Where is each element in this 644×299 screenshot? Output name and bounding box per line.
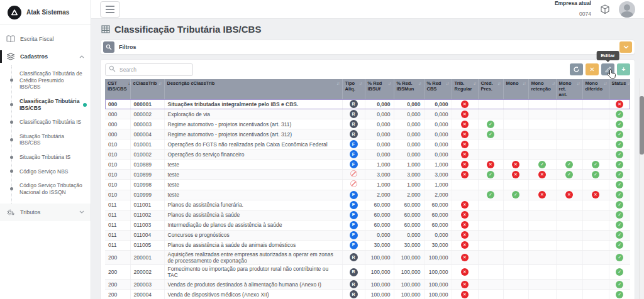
clear-button[interactable]: ✕ [586,63,599,75]
cell-red_cbs: 1,000 [424,180,452,190]
cell-cred_pres [478,160,503,170]
add-button[interactable]: + [617,63,630,75]
column-header-trib_regular[interactable]: Trib. Regular↓↑ [452,79,478,99]
cell-mono_dif [582,160,609,170]
sidebar-item-escrita-fiscal[interactable]: Escrita Fiscal [0,30,91,48]
column-header-tipo[interactable]: Tipo Aliq.↓↑ [342,79,365,99]
company-selector[interactable]: Empresa atual 0074 [555,0,591,18]
column-label: Mono diferido [586,81,603,92]
filters-collapse-button[interactable] [619,41,632,53]
green-check-icon [538,161,546,168]
sidebar: Atak Sistemas Escrita Fiscal Cadastros C… [0,0,91,299]
cell-tipo: F [342,160,365,170]
sidebar-item-tributos[interactable]: Tributos [0,204,91,221]
table-row[interactable]: 011011005Planos de assistência à saúde d… [105,240,630,250]
table-row[interactable]: 200200001Aquisições realizadas entre emp… [105,250,630,264]
package-icon[interactable] [599,3,611,16]
table-row[interactable]: 200200004Venda de dispositivos médicos (… [105,290,630,299]
table-row[interactable]: 010010001Operações do FGTS não realizada… [105,139,630,150]
table-row[interactable]: 010010889testeF1,0001,0001,000 [105,160,630,170]
edit-button[interactable] [601,63,614,75]
table-row[interactable]: 000000001Situações tributadas integralme… [105,99,630,109]
cell-mono_ret_ant [556,170,582,180]
column-header-cst[interactable]: CST IBS/CBS↓↑ [105,79,130,99]
table-row[interactable]: 010010998teste1,0001,0001,000 [105,180,630,190]
sidebar-toggle-button[interactable] [100,1,120,18]
cell-mono_dif [582,150,609,160]
column-header-mono_dif[interactable]: Mono diferido↓↑ [582,79,609,99]
cell-red_ibsmun: 100,000 [394,250,424,264]
scrollbar-thumb[interactable] [640,96,644,155]
table-row[interactable]: 011011001Planos de assistência funerária… [105,200,630,210]
sidebar-subitem[interactable]: Classificação Tributária IS [12,115,91,129]
cell-trib_regular [452,265,478,280]
table-row[interactable]: 200200003Vendas de produtos destinados à… [105,280,630,290]
sidebar-item-cadastros[interactable]: Cadastros [0,48,91,65]
column-header-desc[interactable]: Descrição cClassTrib↓↑ [164,79,342,99]
cell-tipo: R [342,280,365,290]
sidebar-subitem[interactable]: Situação Tributária IBS/CBS [12,129,91,150]
column-header-mono[interactable]: Mono↓↑ [503,79,528,99]
cell-mono [503,280,528,290]
sidebar-subitem-label: Classificação Tributária IS [19,119,81,126]
table-card: ✕ Editar + CST [100,59,635,299]
cell-status [609,160,630,170]
cell-mono [503,160,528,170]
cell-tipo: R [342,129,365,139]
search-input[interactable] [105,63,193,76]
cell-mono_ret [528,230,556,240]
sidebar-subitem[interactable]: Classificação Tributária de Crédito Pres… [12,67,91,94]
cell-red_ibsmun: 100,000 [394,290,424,299]
table-row[interactable]: 000000003Regime automotivo - projetos in… [105,119,630,129]
table-row[interactable]: 010010002Operações do serviço financeiro… [105,150,630,160]
tipo-aliq-r-icon: R [350,268,358,276]
cell-desc: Operações do serviço financeiro [164,150,342,160]
cell-cst: 200 [105,290,130,299]
sidebar-subitem[interactable]: Código Serviço Tributação Nacional do IS… [12,178,91,199]
cell-cclasstrib: 000003 [130,119,164,129]
cell-red_cbs: 0,000 [424,99,452,109]
table-row[interactable]: 011011004Concursos e prognósticosF0,0000… [105,230,630,240]
column-header-red_ibsuf[interactable]: % Red IBSUf↓↑ [365,79,394,99]
sidebar-subitem[interactable]: Código Serviço NBS [12,165,91,179]
sidebar-subitem[interactable]: Classificação Tributária IBS/CBS [12,94,91,115]
table-row[interactable]: 000000002Exploração de viaR0,0000,0000,0… [105,109,630,119]
cell-red_ibsuf: 100,000 [365,250,394,264]
table-row[interactable]: 200200002Fornecimento ou importação para… [105,265,630,280]
column-label: % Red IBSUf [368,81,387,92]
cell-red_cbs: 0,000 [424,230,452,240]
user-avatar[interactable] [619,1,635,18]
table-row[interactable]: 000000004Regime automotivo - projetos in… [105,129,630,139]
cell-cst: 200 [105,250,130,264]
cell-cred_pres [478,109,503,119]
column-header-status[interactable]: Status↓↑ [609,79,630,99]
cell-mono [503,265,528,280]
table-row[interactable]: 010010999testeF2,0002,0002,000 [105,190,630,200]
cell-trib_regular [452,280,478,290]
table-row[interactable]: 010010899teste3,0003,0003,000 [105,170,630,180]
company-label: Empresa atual [555,0,591,6]
column-header-cred_pres[interactable]: Créd. Pres.↓↑ [478,79,503,99]
cell-mono_ret [528,150,556,160]
cell-status [609,265,630,280]
brand[interactable]: Atak Sistemas [0,0,91,25]
cell-red_ibsmun: 60,000 [394,220,424,230]
cell-status [609,170,630,180]
column-header-mono_ret_ant[interactable]: Mono ret. ant.↓↑ [556,79,582,99]
cell-mono_ret_ant [556,230,582,240]
cell-red_cbs: 100,000 [424,250,452,264]
column-header-cclasstrib[interactable]: cClassTrib↓↑ [130,79,164,99]
sidebar-subitem[interactable]: Situação Tributária IS [12,150,91,165]
table-row[interactable]: 011011002Planos de assistência à saúdeF6… [105,210,630,220]
cell-status [609,290,630,299]
red-cross-icon [565,191,573,198]
column-header-red_ibsmun[interactable]: % Red. IBSMun↓↑ [394,79,424,99]
column-header-mono_ret[interactable]: Mono retenção↓↑ [528,79,556,99]
column-header-red_cbs[interactable]: % Red CBS↓↑ [424,79,452,99]
table-grid-icon [101,25,110,33]
refresh-button[interactable] [570,63,583,75]
cell-red_ibsmun: 0,000 [394,99,424,109]
table-row[interactable]: 011011003Intermediação de planos de assi… [105,220,630,230]
cell-desc: Venda de dispositivos médicos (Anexo XII… [164,290,342,299]
sort-icon: ↓↑ [577,81,580,85]
